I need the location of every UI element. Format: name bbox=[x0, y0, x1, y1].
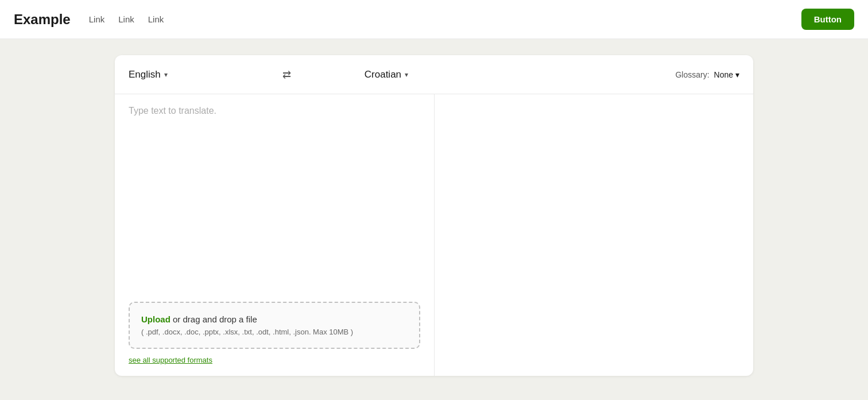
nav-link-1[interactable]: Link bbox=[89, 14, 105, 24]
translation-card: English ▾ ⇄ Croatian ▾ Glossary: None ▾ bbox=[115, 55, 753, 376]
glossary-area: Glossary: None ▾ bbox=[675, 70, 739, 79]
target-text-output bbox=[448, 106, 740, 364]
target-language-selector[interactable]: Croatian ▾ bbox=[365, 69, 445, 80]
glossary-value: None bbox=[714, 70, 733, 79]
glossary-chevron: ▾ bbox=[735, 70, 739, 79]
nav-link-2[interactable]: Link bbox=[118, 14, 134, 24]
upload-suffix: or drag and drop a file bbox=[170, 314, 257, 324]
source-panel: Upload or drag and drop a file ( .pdf, .… bbox=[115, 94, 435, 376]
navbar: Example Link Link Link Button bbox=[0, 0, 868, 39]
see-formats-link[interactable]: see all supported formats bbox=[129, 356, 420, 364]
nav-link-3[interactable]: Link bbox=[148, 14, 164, 24]
translation-panels: Upload or drag and drop a file ( .pdf, .… bbox=[115, 94, 753, 376]
source-text-input[interactable] bbox=[129, 106, 420, 295]
target-lang-area: Croatian ▾ bbox=[365, 69, 676, 80]
app-brand: Example bbox=[14, 11, 71, 28]
main-content: English ▾ ⇄ Croatian ▾ Glossary: None ▾ bbox=[0, 39, 868, 392]
upload-link[interactable]: Upload bbox=[141, 314, 170, 324]
glossary-label: Glossary: bbox=[675, 70, 709, 79]
nav-button[interactable]: Button bbox=[801, 9, 854, 30]
nav-links: Link Link Link bbox=[89, 14, 801, 24]
upload-title: Upload or drag and drop a file bbox=[141, 314, 408, 324]
swap-icon: ⇄ bbox=[282, 68, 291, 81]
source-language-selector[interactable]: English ▾ bbox=[129, 69, 209, 80]
source-language-chevron: ▾ bbox=[164, 71, 168, 79]
upload-area[interactable]: Upload or drag and drop a file ( .pdf, .… bbox=[129, 302, 420, 349]
target-panel bbox=[435, 94, 754, 376]
upload-formats: ( .pdf, .docx, .doc, .pptx, .xlsx, .txt,… bbox=[141, 328, 408, 336]
language-bar: English ▾ ⇄ Croatian ▾ Glossary: None ▾ bbox=[115, 55, 753, 94]
target-language-label: Croatian bbox=[365, 69, 401, 80]
swap-languages-button[interactable]: ⇄ bbox=[209, 64, 365, 85]
source-language-label: English bbox=[129, 69, 161, 80]
target-language-chevron: ▾ bbox=[405, 71, 408, 79]
glossary-selector[interactable]: None ▾ bbox=[714, 70, 739, 79]
